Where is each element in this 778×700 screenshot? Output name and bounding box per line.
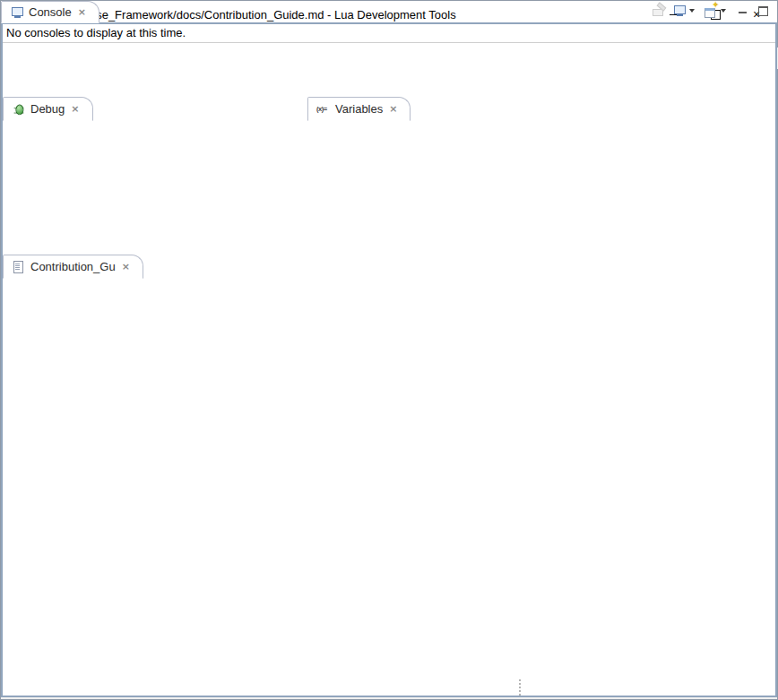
minimize-view-icon	[739, 9, 747, 13]
application-window: Debug - Moose_Framework/docs/Contributio…	[0, 0, 778, 700]
file-icon	[12, 260, 26, 274]
close-tab-icon[interactable]: ×	[78, 6, 86, 18]
variables-icon: (x)=	[316, 102, 331, 117]
tab-variables[interactable]: (x)=Variables×	[307, 97, 411, 121]
status-bar-grip[interactable]	[519, 679, 523, 696]
dropdown-arrow-icon[interactable]	[721, 9, 726, 13]
display-selected-console-icon	[672, 4, 687, 18]
maximize-view-icon	[758, 6, 768, 16]
tab-debug[interactable]: Debug ×	[3, 97, 93, 121]
tab-contribution-guide[interactable]: Contribution_Gu ×	[3, 255, 143, 279]
tab-console[interactable]: Console ×	[1, 1, 99, 23]
debug-view-icon	[13, 102, 25, 115]
close-tab-icon[interactable]: ×	[389, 103, 397, 115]
tab-label: Variables	[335, 102, 383, 116]
minimize-view-button[interactable]	[735, 4, 749, 18]
pin-console-icon	[652, 4, 666, 18]
dropdown-arrow-icon[interactable]	[689, 9, 695, 13]
editor-tab-label: Contribution_Gu	[30, 260, 116, 273]
console-icon	[10, 5, 24, 20]
close-tab-icon[interactable]: ×	[122, 261, 130, 272]
console-view-body: No consoles to display at this time.	[1, 22, 777, 697]
display-selected-console-button[interactable]	[672, 4, 697, 18]
maximize-view-button[interactable]	[756, 4, 770, 18]
debug-tab-label: Debug	[30, 102, 65, 116]
close-tab-icon[interactable]: ×	[71, 103, 79, 115]
open-console-button[interactable]	[704, 4, 729, 18]
console-tab-label: Console	[29, 5, 72, 19]
console-toolbar	[652, 4, 770, 18]
open-console-icon	[704, 4, 718, 18]
console-message: No consoles to display at this time.	[3, 24, 775, 43]
